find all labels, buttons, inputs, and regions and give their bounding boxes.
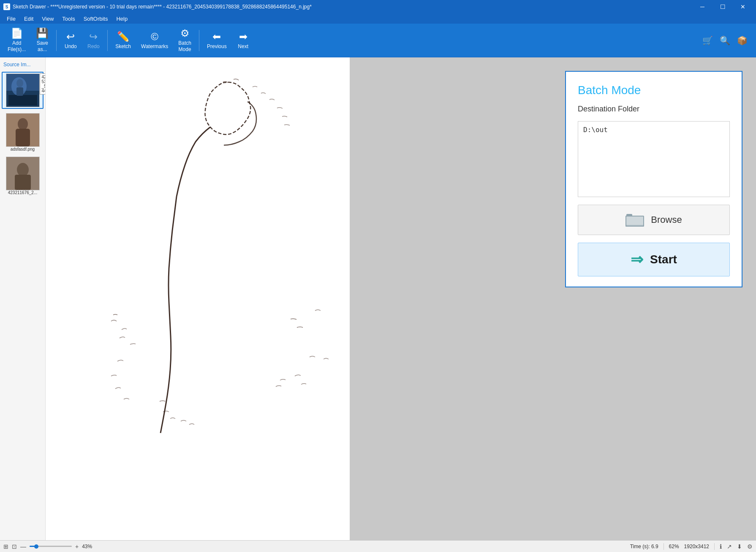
add-files-icon: 📄 [11, 28, 23, 38]
redo-button[interactable]: ↪ Redo [83, 26, 104, 55]
add-files-button[interactable]: 📄 AddFile(s)... [3, 26, 30, 55]
browse-button[interactable]: Browse [578, 205, 730, 235]
zoom-in-icon[interactable]: + [75, 543, 79, 550]
previous-button[interactable]: ⬅ Previous [203, 26, 231, 55]
status-bar: ⊞ ⊡ — + 43% Time (s): 6.9 62% 1920x3412 … [0, 540, 756, 552]
next-icon: ➡ [239, 32, 247, 42]
toolbar: 📄 AddFile(s)... 💾 Saveas... ↩ Undo ↪ Red… [0, 24, 756, 57]
next-label: Next [238, 43, 248, 49]
svg-rect-13 [15, 175, 31, 190]
sketch-button[interactable]: ✏️ Sketch [111, 26, 135, 55]
start-arrow-icon: ⇒ [631, 251, 643, 268]
dimensions: 1920x3412 [684, 544, 709, 549]
svg-rect-19 [626, 216, 643, 225]
canvas-area: Batch Mode Destination Folder D:\out Bro… [46, 57, 756, 540]
sidebar-item-1[interactable]: 423211676_204 5340399178838 _59286882458… [2, 72, 44, 109]
status-sep-2 [714, 543, 715, 550]
batch-mode-icon: ⚙ [180, 28, 190, 38]
time-label: Time (s): 6.9 [630, 544, 658, 549]
thumbnail-2-label: adsfasdf.png [11, 147, 35, 152]
svg-rect-9 [16, 129, 30, 146]
zoom-percent: 43% [82, 544, 92, 549]
batch-panel: Batch Mode Destination Folder D:\out Bro… [565, 71, 742, 287]
search-icon[interactable]: 🔍 [718, 34, 732, 47]
thumbnail-2 [6, 113, 40, 147]
redo-icon: ↪ [89, 32, 98, 42]
sketch-icon: ✏️ [117, 32, 130, 42]
menu-softorbits[interactable]: SoftOrbits [80, 15, 111, 23]
box-icon[interactable]: 📦 [735, 34, 749, 47]
batch-panel-title: Batch Mode [578, 84, 730, 97]
separator-2 [107, 30, 108, 51]
sidebar-label: Source Im... [2, 61, 44, 68]
menu-tools[interactable]: Tools [59, 15, 78, 23]
start-button[interactable]: ⇒ Start [578, 243, 730, 276]
save-as-label: Saveas... [37, 40, 48, 52]
browse-label: Browse [651, 214, 682, 225]
watermarks-icon: © [151, 32, 158, 42]
watermarks-button[interactable]: © Watermarks [137, 26, 172, 55]
zoom-out-icon[interactable]: — [20, 543, 26, 550]
close-button[interactable]: ✕ [733, 0, 753, 14]
undo-button[interactable]: ↩ Undo [60, 26, 81, 55]
zoom-level: 62% [669, 544, 679, 549]
previous-icon: ⬅ [212, 32, 221, 42]
menu-view[interactable]: View [38, 15, 57, 23]
share-icon[interactable]: ↗ [727, 543, 732, 550]
separator-1 [56, 30, 57, 51]
svg-point-4 [16, 79, 23, 87]
zoom-fit-icon[interactable]: ⊞ [3, 543, 8, 550]
save-as-icon: 💾 [36, 28, 49, 38]
svg-rect-3 [8, 95, 37, 106]
undo-label: Undo [65, 43, 77, 49]
actual-size-icon[interactable]: ⊡ [12, 543, 17, 550]
thumbnail-1 [6, 73, 40, 107]
minimize-button[interactable]: ─ [693, 0, 712, 14]
cart-icon[interactable]: 🛒 [701, 34, 715, 47]
previous-label: Previous [207, 43, 227, 49]
add-files-label: AddFile(s)... [8, 40, 26, 52]
thumbnail-3-label: 423211676_2... [8, 190, 38, 195]
folder-icon [625, 212, 644, 227]
info-icon[interactable]: ℹ [720, 543, 722, 550]
sidebar-item-2[interactable]: adsfasdf.png [2, 112, 44, 152]
destination-folder-label: Destination Folder [578, 105, 730, 114]
batch-mode-button[interactable]: ⚙ BatchMode [174, 26, 196, 55]
menu-help[interactable]: Help [113, 15, 131, 23]
menu-file[interactable]: File [3, 15, 19, 23]
svg-point-8 [18, 118, 28, 130]
toolbar-right-icons: 🛒 🔍 📦 [701, 34, 753, 47]
save-as-button[interactable]: 💾 Saveas... [32, 26, 53, 55]
next-button[interactable]: ➡ Next [233, 26, 254, 55]
zoom-slider[interactable] [30, 544, 72, 549]
watermarks-label: Watermarks [141, 43, 168, 49]
redo-label: Redo [87, 43, 100, 49]
sketch-drawing [46, 57, 350, 501]
menu-bar: File Edit View Tools SoftOrbits Help [0, 14, 756, 24]
svg-rect-5 [16, 87, 23, 96]
maximize-button[interactable]: ☐ [713, 0, 732, 14]
thumbnail-3 [6, 157, 40, 190]
svg-point-12 [17, 163, 29, 176]
tooltip-1: 423211676_204 5340399178838 _59286882458… [40, 73, 46, 95]
undo-icon: ↩ [66, 32, 75, 42]
batch-mode-label: BatchMode [178, 40, 191, 52]
separator-3 [199, 30, 199, 51]
sidebar-item-3[interactable]: 423211676_2... [2, 156, 44, 196]
destination-folder-input[interactable]: D:\out [578, 121, 730, 197]
app-icon: S [3, 3, 10, 10]
title-bar: S Sketch Drawer - ****Unregistered versi… [0, 0, 756, 14]
sketch-label: Sketch [115, 43, 131, 49]
sidebar: Source Im... 4 [0, 57, 46, 540]
status-sep-1 [664, 543, 664, 550]
menu-edit[interactable]: Edit [21, 15, 37, 23]
settings-icon[interactable]: ⚙ [747, 543, 753, 550]
start-label: Start [650, 253, 677, 266]
download-icon[interactable]: ⬇ [737, 543, 742, 550]
window-title: Sketch Drawer - ****Unregistered version… [13, 4, 312, 10]
